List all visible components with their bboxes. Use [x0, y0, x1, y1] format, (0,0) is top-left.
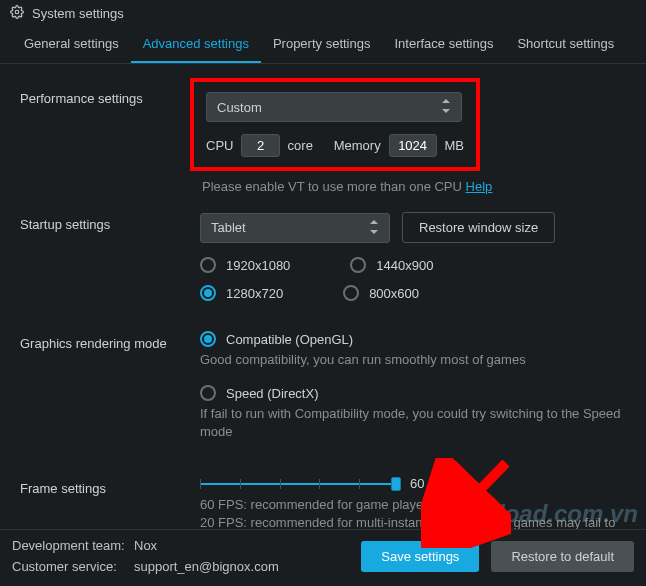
performance-mode-select[interactable]: Custom: [206, 92, 462, 122]
gear-icon: [10, 5, 24, 22]
dev-team-label: Development team:: [12, 538, 134, 553]
graphics-speed-label: Speed (DirectX): [226, 386, 318, 401]
graphics-radio-speed[interactable]: Speed (DirectX): [200, 385, 626, 401]
performance-mode-value: Custom: [217, 100, 262, 115]
slider-thumb[interactable]: [391, 477, 401, 491]
graphics-radio-compatible[interactable]: Compatible (OpenGL): [200, 331, 626, 347]
customer-service-label: Customer service:: [12, 559, 134, 574]
startup-mode-value: Tablet: [211, 220, 246, 235]
title-bar: System settings: [0, 0, 646, 26]
dev-team-value: Nox: [134, 538, 157, 553]
vt-hint: Please enable VT to use more than one CP…: [202, 179, 626, 194]
graphics-compat-desc: Good compatibility, you can run smoothly…: [200, 351, 626, 369]
memory-input[interactable]: 1024: [389, 134, 437, 157]
svg-point-0: [15, 10, 19, 14]
cpu-label: CPU: [206, 138, 233, 153]
resolution-radio-1440x900[interactable]: 1440x900: [350, 257, 433, 273]
help-link[interactable]: Help: [466, 179, 493, 194]
fps-slider[interactable]: [200, 476, 400, 492]
radio-icon: [343, 285, 359, 301]
resolution-label: 1440x900: [376, 258, 433, 273]
graphics-speed-desc: If fail to run with Compatibility mode, …: [200, 405, 626, 441]
performance-label: Performance settings: [20, 86, 200, 106]
resolution-radio-800x600[interactable]: 800x600: [343, 285, 419, 301]
radio-icon: [200, 257, 216, 273]
save-settings-button[interactable]: Save settings: [361, 541, 479, 572]
window-title: System settings: [32, 6, 124, 21]
resolution-label: 800x600: [369, 286, 419, 301]
radio-icon: [200, 285, 216, 301]
memory-label: Memory: [334, 138, 381, 153]
highlight-box: Custom CPU 2 core Memory 1024 MB: [190, 78, 480, 171]
core-label: core: [288, 138, 313, 153]
chevron-updown-icon: [369, 220, 379, 236]
tab-property[interactable]: Property settings: [261, 26, 383, 63]
tab-shortcut[interactable]: Shortcut settings: [505, 26, 626, 63]
frame-label: Frame settings: [20, 476, 200, 496]
radio-icon: [350, 257, 366, 273]
cpu-input[interactable]: 2: [241, 134, 279, 157]
resolution-label: 1280x720: [226, 286, 283, 301]
radio-icon: [200, 331, 216, 347]
graphics-label: Graphics rendering mode: [20, 331, 200, 351]
restore-default-button[interactable]: Restore to default: [491, 541, 634, 572]
tab-general[interactable]: General settings: [12, 26, 131, 63]
tabs: General settings Advanced settings Prope…: [0, 26, 646, 64]
resolution-label: 1920x1080: [226, 258, 290, 273]
graphics-compat-label: Compatible (OpenGL): [226, 332, 353, 347]
startup-label: Startup settings: [20, 212, 200, 232]
footer: Development team: Nox Customer service: …: [0, 529, 646, 586]
fps-value: 60: [410, 476, 424, 491]
tab-interface[interactable]: Interface settings: [382, 26, 505, 63]
chevron-updown-icon: [441, 99, 451, 115]
resolution-radio-1920x1080[interactable]: 1920x1080: [200, 257, 290, 273]
radio-icon: [200, 385, 216, 401]
startup-mode-select[interactable]: Tablet: [200, 213, 390, 243]
mb-label: MB: [445, 138, 465, 153]
tab-advanced[interactable]: Advanced settings: [131, 26, 261, 63]
restore-window-size-button[interactable]: Restore window size: [402, 212, 555, 243]
customer-service-value: support_en@bignox.com: [134, 559, 279, 574]
resolution-radio-1280x720[interactable]: 1280x720: [200, 285, 283, 301]
